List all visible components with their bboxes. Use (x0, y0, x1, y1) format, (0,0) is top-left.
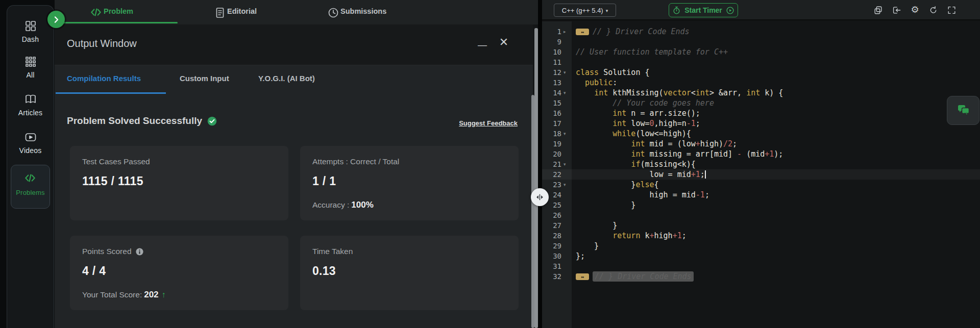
fold-caret-icon[interactable]: ▾ (564, 180, 571, 190)
output-tab-y-o-g-i-ai-bot-[interactable]: Y.O.G.I. (AI Bot) (258, 74, 315, 83)
line-number: 9 (542, 37, 561, 47)
line-number: 19 (542, 139, 561, 149)
code-line-23[interactable]: 23▾ }else{ (542, 180, 980, 190)
expand-panel-button[interactable] (47, 11, 65, 28)
line-number: 22 (542, 169, 561, 180)
sidebar-item-videos[interactable]: Videos (7, 131, 54, 155)
output-window-header: Output Window — ✕ (55, 24, 533, 65)
code-line-20[interactable]: 20 int missing = arr[mid] - (mid+1); (542, 149, 980, 159)
minimize-icon[interactable]: — (477, 40, 488, 51)
folded-code-pill[interactable]: ↔ (576, 29, 589, 35)
stat-card-label: Test Cases Passed (82, 157, 150, 166)
sidebar-item-problems[interactable]: Problems (11, 165, 50, 209)
code-line-text: ↔// } Driver Code Ends (576, 27, 690, 37)
copy-icon[interactable] (873, 5, 883, 15)
reset-icon[interactable] (928, 5, 938, 15)
stat-card-footer: Your Total Score: 202↑ (82, 290, 166, 300)
stat-card-label: Attempts : Correct / Total (312, 157, 399, 166)
start-timer-label: Start Timer (684, 6, 722, 14)
sidebar-item-label: All (7, 71, 54, 79)
tab-label: Editorial (227, 7, 257, 15)
fold-caret-icon[interactable]: ▾ (564, 129, 571, 139)
folded-code-pill[interactable]: ↔ (576, 273, 589, 280)
text-cursor (705, 170, 706, 179)
panel-scrollbar[interactable] (534, 28, 538, 328)
tab-submissions[interactable]: Submissions (327, 7, 386, 16)
grid-all-icon (24, 56, 37, 68)
chevron-right-icon (52, 15, 61, 24)
settings-gear-icon[interactable]: ⚙ (910, 5, 920, 15)
sidebar-item-all[interactable]: All (7, 56, 54, 79)
code-line-text: // User function template for C++ (576, 47, 728, 57)
code-line-1[interactable]: 1▸↔// } Driver Code Ends (542, 27, 980, 37)
fold-caret-icon[interactable]: ▾ (564, 88, 571, 98)
code-line-text: // Your code goes here (576, 98, 714, 108)
code-line-14[interactable]: 14▾ int kthMissing(vector<int> &arr, int… (542, 88, 980, 98)
tab-problem[interactable]: Problem (90, 7, 133, 16)
code-line-15[interactable]: 15 // Your code goes here (542, 98, 980, 108)
output-tab-custom-input[interactable]: Custom Input (180, 74, 229, 83)
clock-icon (327, 7, 336, 16)
code-line-31[interactable]: 31 (542, 261, 980, 271)
code-line-21[interactable]: 21▾ if(missing<k){ (542, 159, 980, 169)
code-line-text: high = mid-1; (576, 190, 709, 200)
import-code-icon[interactable] (892, 5, 901, 15)
resize-handle[interactable] (531, 188, 549, 206)
start-timer-button[interactable]: Start Timer (669, 3, 738, 17)
check-circle-icon (207, 116, 217, 127)
line-number: 17 (542, 118, 561, 129)
line-number: 18 (542, 129, 561, 139)
line-number: 16 (542, 108, 561, 118)
code-line-26[interactable]: 26 (542, 210, 980, 220)
tab-editorial[interactable]: Editorial (214, 7, 257, 16)
code-line-16[interactable]: 16 int n = arr.size(); (542, 108, 980, 118)
output-tab-compilation-results[interactable]: Compilation Results (67, 74, 141, 83)
code-line-24[interactable]: 24 high = mid-1; (542, 190, 980, 200)
stat-card-points-scored: Points Scored4 / 4Your Total Score: 202↑ (70, 236, 288, 310)
fold-caret-icon[interactable]: ▸ (564, 27, 571, 37)
code-line-text: class Solution { (576, 67, 650, 78)
modal-scrollbar[interactable] (531, 95, 534, 328)
line-number: 21 (542, 159, 561, 169)
code-line-10[interactable]: 10// User function template for C++ (542, 47, 980, 57)
code-line-25[interactable]: 25 } (542, 200, 980, 210)
fold-caret-icon[interactable]: ▾ (564, 159, 571, 169)
active-tab-underline (56, 22, 178, 23)
code-line-30[interactable]: 30}; (542, 251, 980, 261)
code-editor[interactable]: 1▸↔// } Driver Code Ends910// User funct… (542, 21, 980, 328)
line-number: 1 (542, 27, 561, 37)
arrow-up-icon: ↑ (161, 290, 166, 299)
sidebar: DashAllArticlesVideosProblems (7, 5, 54, 328)
problem-panel: ProblemEditorialSubmissions Output Windo… (55, 0, 538, 328)
code-line-19[interactable]: 19 int mid = (low+high)/2; (542, 139, 980, 149)
code-line-17[interactable]: 17 int low=0,high=n-1; (542, 118, 980, 129)
stat-card-label: Time Taken (312, 247, 353, 256)
code-icon (24, 172, 37, 185)
code-line-22[interactable]: 22 low = mid+1; (542, 169, 980, 180)
code-line-11[interactable]: 11 (542, 57, 980, 67)
fullscreen-icon[interactable] (947, 5, 957, 15)
code-line-12[interactable]: 12▾class Solution { (542, 67, 980, 78)
code-line-text: int mid = (low+high)/2; (576, 139, 737, 149)
code-line-text: return k+high+1; (576, 231, 687, 241)
sidebar-item-articles[interactable]: Articles (7, 93, 54, 117)
code-line-32[interactable]: 32↔// } Driver Code Ends (542, 271, 980, 282)
code-line-text: } (576, 241, 599, 251)
suggest-feedback-link[interactable]: Suggest Feedback (459, 119, 518, 127)
active-modal-tab-underline (56, 92, 166, 94)
close-icon[interactable]: ✕ (497, 36, 510, 49)
sidebar-item-dash[interactable]: Dash (7, 20, 54, 43)
code-line-text: while(low<=high){ (576, 129, 691, 139)
fold-caret-icon[interactable]: ▾ (564, 67, 571, 78)
code-line-28[interactable]: 28 return k+high+1; (542, 231, 980, 241)
code-line-text: } (576, 220, 617, 231)
chat-button[interactable] (947, 96, 979, 125)
resize-icon (535, 193, 544, 201)
code-line-13[interactable]: 13 public: (542, 78, 980, 88)
code-line-18[interactable]: 18▾ while(low<=high){ (542, 129, 980, 139)
code-line-29[interactable]: 29 } (542, 241, 980, 251)
code-line-9[interactable]: 9 (542, 37, 980, 47)
output-window: Output Window — ✕ Compilation ResultsCus… (55, 24, 533, 328)
language-select[interactable]: C++ (g++ 5.4) ▾ (554, 4, 616, 17)
code-line-27[interactable]: 27 } (542, 220, 980, 231)
